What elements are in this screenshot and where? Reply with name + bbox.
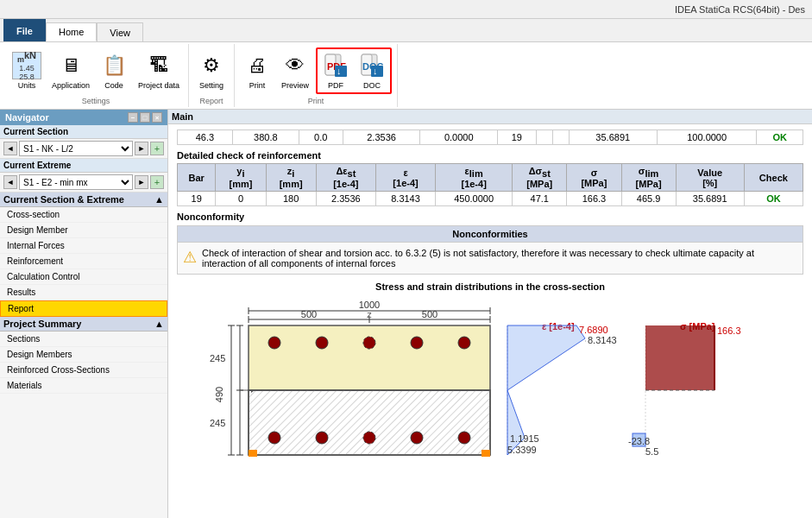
- extreme-prev-button[interactable]: ◄: [3, 175, 17, 189]
- svg-point-41: [363, 337, 375, 349]
- svg-text:500: 500: [301, 309, 317, 319]
- ribbon-group-settings: mkN 1.4525.8 Units 🖥 Application 📋 Code …: [3, 44, 189, 107]
- detailed-check-data-row: 19 0 180 2.3536 8.3143 450.0000 47.1 166…: [178, 192, 803, 206]
- tab-home[interactable]: Home: [46, 22, 97, 41]
- section-add-button[interactable]: +: [150, 142, 164, 155]
- current-extreme-label: Current Extreme: [0, 159, 167, 173]
- nonconformity-box: Nonconformities ⚠ Check of interaction o…: [177, 225, 803, 275]
- svg-text:z: z: [367, 309, 372, 319]
- ribbon-content: mkN 1.4525.8 Units 🖥 Application 📋 Code …: [0, 41, 812, 109]
- project-data-button[interactable]: 🏗 Project data: [135, 50, 183, 92]
- sidebar-item-report[interactable]: Report: [0, 300, 167, 317]
- current-section-label: Current Section: [0, 125, 167, 139]
- pdf-doc-highlight: PDF ↓ PDF: [316, 47, 392, 94]
- units-label: Units: [18, 81, 36, 90]
- application-icon: 🖥: [57, 52, 85, 79]
- svg-point-45: [316, 432, 328, 444]
- main-layout: Navigator − □ × Current Section ◄ S1 - N…: [0, 110, 812, 518]
- section-prev-button[interactable]: ◄: [3, 142, 17, 155]
- ribbon-group-print: 🖨 Print 👁 Preview PD: [235, 44, 398, 107]
- title-bar: IDEA StatiCa RCS(64bit) - Des: [0, 0, 812, 19]
- code-label: Code: [104, 81, 123, 90]
- float-button[interactable]: □: [140, 112, 150, 123]
- sidebar-item-materials[interactable]: Materials: [0, 378, 167, 394]
- section-extreme-group-header[interactable]: Current Section & Extreme ▲: [0, 193, 167, 207]
- header-cell-ok: OK: [757, 130, 803, 145]
- svg-text:-23.8: -23.8: [628, 436, 650, 446]
- sidebar-item-cross-section[interactable]: Cross-section: [0, 207, 167, 223]
- print-items: 🖨 Print 👁 Preview PD: [240, 46, 392, 95]
- report-group-label: Report: [200, 95, 223, 105]
- sidebar-item-results[interactable]: Results: [0, 285, 167, 300]
- pdf-icon: PDF ↓: [322, 52, 349, 79]
- project-data-label: Project data: [138, 81, 179, 90]
- header-cell-6: [536, 130, 552, 145]
- code-button[interactable]: 📋 Code: [97, 50, 131, 92]
- section-extreme-collapse-icon: ▲: [154, 194, 164, 205]
- navigator-title: Navigator: [5, 112, 49, 123]
- setting-label: Setting: [199, 81, 223, 90]
- sidebar-item-reinforced-cross-sections[interactable]: Reinforced Cross-Sections: [0, 363, 167, 378]
- svg-point-46: [363, 432, 375, 444]
- header-row: 46.3 380.8 0.0 2.3536 0.0000 19 35.6891 …: [178, 130, 803, 145]
- sidebar-item-design-members[interactable]: Design Members: [0, 347, 167, 363]
- svg-text:166.3: 166.3: [717, 325, 741, 336]
- detailed-check-header-row: Bar yi[mm] zi[mm] Δεst[1e-4] ε[1e-4] εli…: [178, 164, 803, 192]
- header-cell-7: [552, 130, 569, 145]
- pdf-button[interactable]: PDF ↓ PDF: [318, 50, 353, 92]
- header-cell-3: 2.3536: [343, 130, 420, 145]
- col-check: Check: [744, 164, 803, 192]
- sidebar-item-reinforcement[interactable]: Reinforcement: [0, 254, 167, 269]
- header-cell-8: 35.6891: [569, 130, 657, 145]
- current-extreme-select[interactable]: S1 - E2 - min mx: [19, 174, 133, 190]
- svg-point-47: [411, 432, 423, 444]
- header-table: 46.3 380.8 0.0 2.3536 0.0000 19 35.6891 …: [177, 130, 803, 145]
- preview-button[interactable]: 👁 Preview: [278, 50, 312, 92]
- ribbon-group-report: ⚙ Setting Report: [189, 44, 235, 107]
- doc-button[interactable]: DOC ↓ DOC: [355, 50, 389, 92]
- current-section-select[interactable]: S1 - NK - L/2: [19, 141, 133, 156]
- content-area: 46.3 380.8 0.0 2.3536 0.0000 19 35.6891 …: [168, 124, 812, 515]
- tab-file[interactable]: File: [3, 19, 46, 41]
- extreme-add-button[interactable]: +: [150, 175, 164, 189]
- main-tab-bar: Main: [168, 110, 812, 124]
- title-text: IDEA StatiCa RCS(64bit) - Des: [675, 4, 805, 15]
- svg-text:8.3143: 8.3143: [588, 335, 617, 345]
- section-next-button[interactable]: ►: [135, 142, 148, 155]
- ribbon-tab-bar: File Home View: [0, 19, 812, 41]
- setting-button[interactable]: ⚙ Setting: [194, 50, 229, 92]
- svg-rect-50: [482, 450, 490, 457]
- settings-items: mkN 1.4525.8 Units 🖥 Application 📋 Code …: [9, 46, 183, 95]
- col-delta-sigma: Δσst[MPa]: [513, 164, 567, 192]
- svg-point-44: [268, 432, 280, 444]
- project-summary-group-header[interactable]: Project Summary ▲: [0, 317, 167, 332]
- print-icon: 🖨: [243, 52, 271, 79]
- row-check: OK: [744, 192, 803, 206]
- sidebar-item-calculation-control[interactable]: Calculation Control: [0, 269, 167, 285]
- svg-point-39: [268, 337, 280, 349]
- tab-view[interactable]: View: [97, 22, 143, 41]
- svg-text:↓: ↓: [337, 66, 342, 76]
- close-button[interactable]: ×: [152, 112, 162, 123]
- extreme-next-button[interactable]: ►: [135, 175, 148, 189]
- col-sigma: σ[MPa]: [567, 164, 621, 192]
- application-label: Application: [52, 81, 90, 90]
- row-yi: 0: [216, 192, 266, 206]
- application-button[interactable]: 🖥 Application: [48, 50, 93, 92]
- units-button[interactable]: mkN 1.4525.8 Units: [9, 50, 45, 92]
- pin-button[interactable]: −: [128, 112, 138, 123]
- sidebar-item-internal-forces[interactable]: Internal Forces: [0, 238, 167, 254]
- report-items: ⚙ Setting: [194, 46, 229, 95]
- navigator-controls: − □ ×: [128, 112, 162, 123]
- header-cell-0: 46.3: [178, 130, 233, 145]
- sidebar-item-design-member[interactable]: Design Member: [0, 223, 167, 238]
- sidebar-item-sections[interactable]: Sections: [0, 332, 167, 347]
- print-button[interactable]: 🖨 Print: [240, 50, 274, 92]
- settings-group-label: Settings: [82, 95, 110, 105]
- svg-text:245: 245: [210, 353, 225, 363]
- col-epsilon-lim: εlim[1e-4]: [436, 164, 513, 192]
- doc-icon: DOC ↓: [358, 52, 386, 79]
- doc-label: DOC: [363, 81, 381, 90]
- nonconformity-section-title: Nonconformity: [177, 212, 803, 222]
- detailed-check-title: Detailed check of reinforcement: [177, 150, 803, 161]
